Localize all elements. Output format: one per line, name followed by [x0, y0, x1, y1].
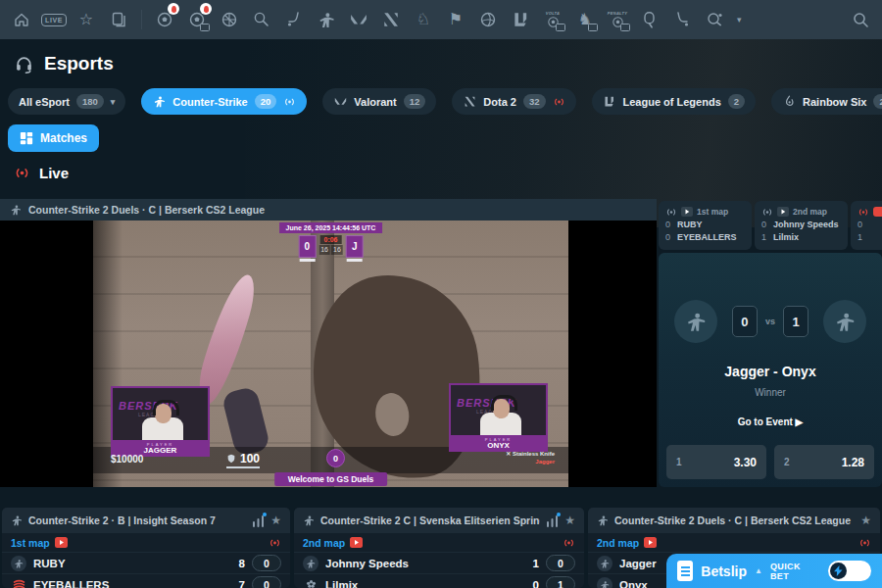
team-initial-left: 0	[298, 235, 316, 258]
filter-valorant[interactable]: Valorant 12	[322, 88, 436, 115]
kill-player: Jagger	[506, 458, 555, 466]
league-name: Counter-Strike 2 Duels · C | Berserk CS2…	[614, 514, 855, 526]
odd-button-1[interactable]: 1 3.30	[666, 445, 766, 479]
match-card-header: Counter-Strike 2 C | Svenska Elitserien …	[294, 508, 584, 533]
team-odd-box[interactable]: 0	[252, 576, 281, 588]
team-score: 8	[239, 558, 245, 569]
play-badge-icon[interactable]	[644, 537, 657, 548]
betslip-bar[interactable]: Betslip ▲ QUICK BET	[666, 554, 882, 588]
counter-strike-icon[interactable]	[317, 10, 336, 29]
efootball-icon[interactable]	[187, 10, 207, 29]
market-label: Winner	[659, 387, 882, 398]
red-badge	[873, 207, 882, 217]
volleyball-icon[interactable]	[478, 10, 498, 29]
play-icon[interactable]	[681, 207, 693, 217]
lightning-bolt-icon	[834, 565, 843, 576]
live-indicator-icon	[858, 538, 871, 548]
map-team-row: 0 Johnny Speeds	[761, 220, 841, 229]
team-logo-johnny-speeds	[303, 556, 318, 571]
play-badge-icon[interactable]	[350, 537, 363, 548]
play-badge-icon[interactable]	[55, 537, 68, 548]
more-sports-caret-icon[interactable]: ▾	[737, 15, 742, 24]
go-to-event-link[interactable]: Go to Event ▶	[659, 416, 882, 427]
match-card-1[interactable]: Counter-Strike 2 · B | Insight Season 7 …	[2, 508, 290, 588]
favorites-star-icon[interactable]: ☆	[76, 10, 96, 29]
match-score-row: 0 vs 1	[659, 300, 882, 343]
odd-label: 2	[784, 457, 790, 467]
table-tennis-icon[interactable]	[705, 10, 724, 29]
racing-flag-icon[interactable]: ⚑	[446, 10, 466, 29]
live-nav-icon[interactable]: LIVE	[44, 10, 64, 29]
tennis-icon[interactable]	[252, 10, 271, 29]
map-status-row: 2nd map	[588, 533, 880, 552]
headphones	[153, 400, 179, 416]
stream-panel: Counter-Strike 2 Duels · C | Berserk CS2…	[0, 199, 657, 487]
team-logo-jagger	[597, 556, 612, 571]
favorite-star-icon[interactable]: ★	[270, 514, 281, 526]
map-score: 0	[761, 220, 767, 229]
map-score: 0	[858, 220, 863, 229]
video-player[interactable]: June 26, 2025 14:44:56 UTC 0 0:06 16 16 …	[0, 220, 657, 487]
valorant-icon[interactable]	[349, 10, 368, 29]
dota-2-icon[interactable]	[381, 10, 401, 29]
map-team-row: 1 Lilmix	[761, 232, 841, 242]
padel-icon[interactable]	[640, 10, 660, 29]
betslip-label: Betslip	[701, 564, 747, 579]
live-indicator-icon	[858, 208, 869, 217]
penalty-football-icon[interactable]: PENALTY	[608, 10, 627, 29]
sport-ball-icon[interactable]	[672, 10, 692, 29]
team-odd-box[interactable]: 0	[252, 555, 281, 571]
team-row: Lilmix 0 1	[294, 573, 584, 588]
search-icon[interactable]	[851, 10, 870, 29]
chess-icon[interactable]: ♘	[414, 10, 433, 29]
play-icon[interactable]	[777, 207, 789, 217]
map-label: 1st map	[697, 207, 728, 217]
filter-dota-2[interactable]: Dota 2 32	[452, 88, 575, 115]
map-mini-cards: 1st map 0 RUBY 0 EYEBALLERS 2nd map	[659, 201, 882, 250]
odd-value: 3.30	[734, 456, 757, 469]
quick-bet-toggle[interactable]	[828, 561, 871, 581]
home-icon[interactable]	[12, 10, 31, 29]
stats-icon[interactable]	[252, 514, 265, 527]
hud-health: 100	[226, 452, 260, 468]
e-badge	[556, 24, 565, 31]
stream-header[interactable]: Counter-Strike 2 Duels · C | Berserk CS2…	[0, 199, 657, 220]
volta-football-icon[interactable]: VOLTA	[543, 10, 563, 29]
esports-hockey-icon[interactable]	[284, 10, 304, 29]
filter-count-badge: 20	[255, 94, 277, 109]
filter-league-of-legends[interactable]: League of Legends 2	[592, 88, 757, 115]
live-section-heading: Live	[14, 165, 69, 181]
filter-all-esport[interactable]: All eSport 180 ▾	[8, 88, 125, 115]
favorite-star-icon[interactable]: ★	[564, 514, 575, 526]
league-name: Counter-Strike 2 C | Svenska Elitserien …	[320, 514, 540, 526]
winner-market-panel: 0 vs 1 Jagger - Onyx Winner Go to Event …	[659, 253, 882, 487]
match-card-2[interactable]: Counter-Strike 2 C | Svenska Elitserien …	[294, 508, 584, 588]
map-card-3[interactable]: 0 1	[851, 201, 882, 250]
headphones	[491, 395, 517, 411]
matches-button[interactable]: Matches	[8, 124, 99, 152]
kill-weapon: ✕ Stainless Knife	[506, 450, 555, 458]
team-row: EYEBALLERS 7 0	[2, 573, 290, 588]
team-logo-eyeballers	[11, 577, 26, 588]
filter-count-badge: 2	[728, 94, 745, 109]
score-b: 1	[783, 306, 808, 337]
team-name: RUBY	[33, 558, 232, 569]
filter-counter-strike[interactable]: Counter-Strike 20	[141, 88, 307, 115]
filter-rainbow-six[interactable]: Rainbow Six 28	[771, 88, 882, 115]
map-card-2[interactable]: 2nd map 0 Johnny Speeds 1 Lilmix	[755, 201, 848, 250]
odd-button-2[interactable]: 2 1.28	[774, 445, 874, 479]
league-of-legends-icon[interactable]	[511, 10, 530, 29]
chevron-up-icon[interactable]: ▲	[755, 566, 762, 575]
football-icon[interactable]	[155, 10, 174, 29]
betslips-icon[interactable]	[109, 10, 128, 29]
score-a: 0	[732, 306, 758, 337]
basketball-icon[interactable]	[220, 10, 239, 29]
favorite-star-icon[interactable]: ★	[860, 514, 871, 526]
headset-icon	[14, 54, 34, 74]
team-odd-box[interactable]: 0	[546, 555, 575, 571]
stats-icon[interactable]	[546, 514, 559, 527]
hot-fire-badge	[168, 3, 179, 15]
team-odd-box[interactable]: 1	[546, 576, 575, 588]
horse-racing-icon[interactable]: ♞	[575, 10, 595, 29]
map-card-1[interactable]: 1st map 0 RUBY 0 EYEBALLERS	[659, 201, 752, 250]
